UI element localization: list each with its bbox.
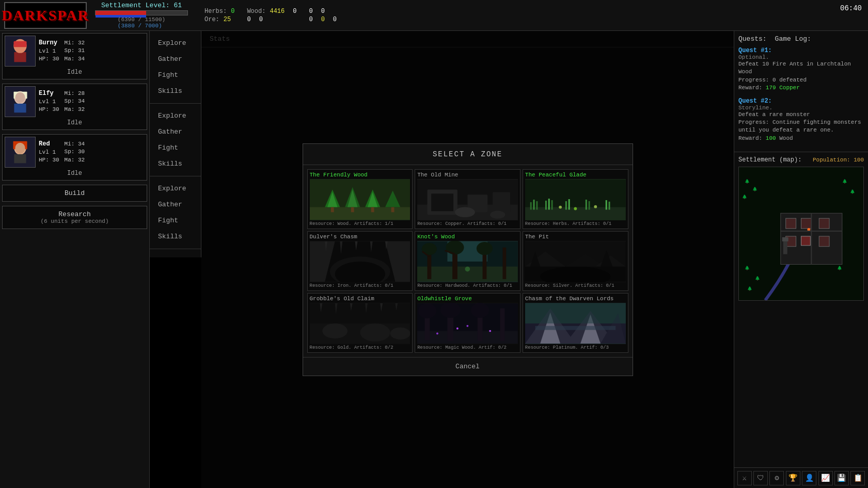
icon-trophy[interactable]: 🏆 xyxy=(786,471,800,485)
char-stats-elfy: Mi: 28 Sp: 34 Ma: 32 xyxy=(65,90,85,113)
wood-resource: Wood: 4416 0 0 0 xyxy=(247,8,296,23)
build-section: Build xyxy=(2,185,147,202)
research-section: Research (6 units per second) xyxy=(2,206,147,229)
svg-point-9 xyxy=(15,92,25,103)
settlement-map-title: Settlement (map): xyxy=(738,156,801,164)
svg-rect-4 xyxy=(13,41,26,47)
zone-name-pit: The Pit xyxy=(525,234,626,240)
char-stats-burny: Mi: 32 Sp: 31 Ma: 34 xyxy=(65,39,85,63)
svg-text:🌲: 🌲 xyxy=(837,266,842,271)
settlement-map-section: Settlement (map): Population: 100 🌲 🌲 🌲 … xyxy=(734,152,868,467)
zone-resource-old-mine: Resource: Copper. Artifacts: 0/1 xyxy=(417,221,518,226)
zone-name-friendly-wood: The Friendly Wood xyxy=(310,172,411,178)
nav-explore-1[interactable]: Explore xyxy=(150,35,201,51)
icon-save[interactable]: 💾 xyxy=(834,471,849,485)
quest-1-reward: Reward: 179 Copper xyxy=(738,84,864,92)
nav-skills-2[interactable]: Skills xyxy=(150,156,201,172)
icon-sword[interactable]: ⚔ xyxy=(737,471,752,485)
nav-skills-1[interactable]: Skills xyxy=(150,83,201,99)
nav-fight-2[interactable]: Fight xyxy=(150,140,201,156)
zone-name-old-mine: The Old Mine xyxy=(417,172,518,178)
char-info-elfy: Elfy Lvl 1 HP: 30 xyxy=(39,89,59,114)
zone-resource-friendly-wood: Resource: Wood. Artifacts: 1/1 xyxy=(310,221,411,226)
nav-fight-3[interactable]: Fight xyxy=(150,213,201,229)
quest-1-title: Quest #1: xyxy=(738,47,864,54)
zone-image-old-mine xyxy=(417,179,518,220)
svg-point-86 xyxy=(322,323,348,338)
icon-person[interactable]: 👤 xyxy=(802,471,816,485)
xp-bar-fill xyxy=(96,11,146,15)
zone-card-knots-wood[interactable]: Knot's Wood xyxy=(415,231,520,291)
nav-gather-2[interactable]: Gather xyxy=(150,124,201,140)
zone-card-oldwhistle[interactable]: Oldwhistle Grove xyxy=(415,293,520,353)
zone-image-knots-wood xyxy=(417,241,518,282)
svg-point-71 xyxy=(477,242,493,255)
zone-grid: The Friendly Wood xyxy=(303,165,633,357)
left-panel: Burny Lvl 1 HP: 30 Mi: 32 Sp: 31 Ma: 34 … xyxy=(0,31,150,488)
zone-modal: SELECT A ZONE The Friendly Wood xyxy=(303,143,633,376)
quest-2-title: Quest #2: xyxy=(738,97,864,105)
quests-section: Quests: Game Log: Quest #1: Optional. De… xyxy=(734,31,868,152)
quest-2-type: Storyline. xyxy=(738,105,864,111)
zone-name-dulvers: Dulver's Chasm xyxy=(310,234,411,240)
nav-section-3: Explore Gather Fight Skills xyxy=(150,181,201,249)
svg-point-34 xyxy=(455,207,475,217)
quest-2-reward: Reward: 100 Wood xyxy=(738,135,864,142)
icon-chart[interactable]: 📈 xyxy=(818,471,833,485)
svg-point-35 xyxy=(490,210,505,219)
zone-card-peaceful-glade[interactable]: The Peaceful Glade xyxy=(523,169,628,229)
svg-rect-42 xyxy=(548,199,550,209)
settlement-label: Settlement Level: 61 xyxy=(101,2,182,9)
quest-2: Quest #2: Storyline. Defeat a rare monst… xyxy=(738,97,864,143)
zone-image-pit xyxy=(525,241,626,282)
zone-resource-pit: Resource: Silver. Artifacts: 0/1 xyxy=(525,283,626,288)
zone-name-oldwhistle: Oldwhistle Grove xyxy=(417,296,518,302)
nav-explore-3[interactable]: Explore xyxy=(150,181,201,197)
svg-rect-44 xyxy=(565,201,567,209)
svg-text:🌲: 🌲 xyxy=(842,178,847,184)
quests-label: Quests: xyxy=(738,35,767,43)
nav-gather-3[interactable]: Gather xyxy=(150,197,201,213)
nav-explore-2[interactable]: Explore xyxy=(150,108,201,124)
nav-gather-1[interactable]: Gather xyxy=(150,51,201,67)
svg-point-105 xyxy=(467,324,469,327)
svg-rect-12 xyxy=(14,154,26,163)
svg-rect-49 xyxy=(608,201,610,209)
zone-card-friendly-wood[interactable]: The Friendly Wood xyxy=(307,169,413,229)
quest-1: Quest #1: Optional. Defeat 10 Fire Ants … xyxy=(738,47,864,92)
character-card-red: Red Lvl 1 HP: 30 Mi: 34 Sp: 30 Ma: 32 Id… xyxy=(2,134,147,181)
nav-fight-1[interactable]: Fight xyxy=(150,67,201,83)
icon-clipboard[interactable]: 📋 xyxy=(850,471,865,485)
zone-image-dwarven xyxy=(525,303,626,344)
svg-text:🌲: 🌲 xyxy=(745,178,750,184)
quests-header: Quests: Game Log: xyxy=(738,35,864,43)
zone-modal-title: SELECT A ZONE xyxy=(303,144,633,165)
zone-card-pit[interactable]: The Pit xyxy=(523,231,628,291)
svg-rect-133 xyxy=(819,236,829,247)
char-info-red: Red Lvl 1 HP: 30 xyxy=(39,140,59,165)
svg-point-87 xyxy=(360,323,390,341)
character-card-elfy: Elfy Lvl 1 HP: 30 Mi: 28 Sp: 34 Ma: 32 I… xyxy=(2,84,147,130)
cancel-button[interactable]: Cancel xyxy=(303,357,633,376)
nav-skills-3[interactable]: Skills xyxy=(150,229,201,245)
char-stats-red: Mi: 34 Sp: 30 Ma: 32 xyxy=(65,140,85,164)
icon-gear[interactable]: ⚙ xyxy=(769,471,784,485)
svg-point-75 xyxy=(465,266,470,271)
svg-text:🌲: 🌲 xyxy=(747,286,752,291)
zone-card-grobbles[interactable]: Grobble's Old Claim xyxy=(307,293,413,353)
zone-card-dwarven[interactable]: Chasm of the Dwarven Lords xyxy=(523,293,628,353)
svg-text:🌲: 🌲 xyxy=(755,275,760,281)
zone-card-old-mine[interactable]: The Old Mine xyxy=(415,169,520,229)
quest-1-progress: Progress: 0 defeated xyxy=(738,76,864,84)
zone-resource-oldwhistle: Resource: Magic Wood. Artif: 0/2 xyxy=(417,345,518,350)
icon-shield[interactable]: 🛡 xyxy=(753,471,768,485)
svg-text:🌲: 🌲 xyxy=(850,189,855,194)
svg-rect-47 xyxy=(588,201,590,209)
svg-rect-128 xyxy=(786,218,796,229)
svg-rect-45 xyxy=(569,199,570,209)
zone-image-dulvers xyxy=(310,241,411,282)
zone-card-dulvers[interactable]: Dulver's Chasm xyxy=(307,231,413,291)
zone-resource-dwarven: Resource: Platinum. Artif: 0/3 xyxy=(525,345,626,350)
zone-resource-dulvers: Resource: Iron. Artifacts: 0/1 xyxy=(310,283,411,288)
xp-bar xyxy=(95,10,188,15)
